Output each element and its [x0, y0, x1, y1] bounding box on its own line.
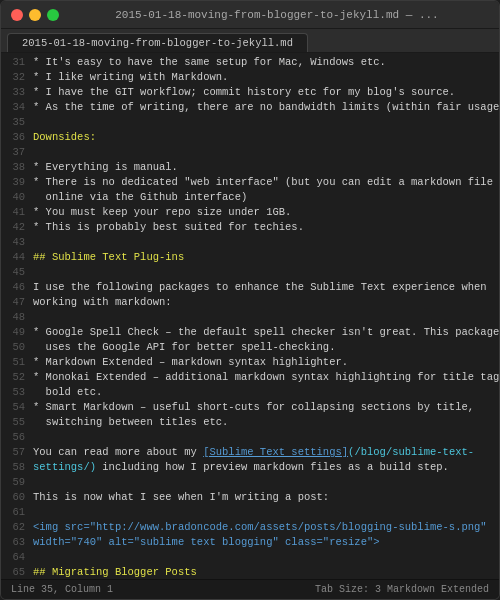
table-row: 52* Monokai Extended – additional markdo…	[1, 370, 499, 385]
editor-window: 2015-01-18-moving-from-blogger-to-jekyll…	[0, 0, 500, 600]
line-content: working with markdown:	[33, 295, 172, 310]
line-number: 35	[5, 115, 33, 130]
line-content: online via the Github interface)	[33, 190, 247, 205]
line-content: * Everything is manual.	[33, 160, 178, 175]
table-row: 62<img src="http://www.bradoncode.com/as…	[1, 520, 499, 535]
window-title: 2015-01-18-moving-from-blogger-to-jekyll…	[65, 9, 489, 21]
editor-area[interactable]: 31* It's easy to have the same setup for…	[1, 53, 499, 579]
line-number: 41	[5, 205, 33, 220]
line-number: 57	[5, 445, 33, 460]
active-tab[interactable]: 2015-01-18-moving-from-blogger-to-jekyll…	[7, 33, 308, 52]
line-content: bold etc.	[33, 385, 102, 400]
line-number: 62	[5, 520, 33, 535]
line-content: switching between titles etc.	[33, 415, 228, 430]
line-content: * There is no dedicated "web interface" …	[33, 175, 493, 190]
table-row: 51* Markdown Extended – markdown syntax …	[1, 355, 499, 370]
table-row: 58settings/) including how I preview mar…	[1, 460, 499, 475]
table-row: 38* Everything is manual.	[1, 160, 499, 175]
line-number: 65	[5, 565, 33, 579]
line-number: 49	[5, 325, 33, 340]
line-number: 50	[5, 340, 33, 355]
line-content: ## Migrating Blogger Posts	[33, 565, 197, 579]
line-content: I use the following packages to enhance …	[33, 280, 487, 295]
line-content: * This is probably best suited for techi…	[33, 220, 304, 235]
table-row: 31* It's easy to have the same setup for…	[1, 55, 499, 70]
line-number: 55	[5, 415, 33, 430]
line-content: ## Sublime Text Plug-ins	[33, 250, 184, 265]
close-button[interactable]	[11, 9, 23, 21]
line-number: 32	[5, 70, 33, 85]
table-row: 32* I like writing with Markdown.	[1, 70, 499, 85]
line-number: 53	[5, 385, 33, 400]
table-row: 40 online via the Github interface)	[1, 190, 499, 205]
table-row: 57You can read more about my [Sublime Te…	[1, 445, 499, 460]
line-number: 48	[5, 310, 33, 325]
line-content: * Monokai Extended – additional markdown…	[33, 370, 499, 385]
table-row: 49* Google Spell Check – the default spe…	[1, 325, 499, 340]
table-row: 50 uses the Google API for better spell-…	[1, 340, 499, 355]
table-row: 65## Migrating Blogger Posts	[1, 565, 499, 579]
line-content: * It's easy to have the same setup for M…	[33, 55, 386, 70]
line-content: You can read more about my [Sublime Text…	[33, 445, 474, 460]
minimize-button[interactable]	[29, 9, 41, 21]
table-row: 53 bold etc.	[1, 385, 499, 400]
status-right: Tab Size: 3 Markdown Extended	[315, 584, 489, 595]
line-number: 61	[5, 505, 33, 520]
table-row: 42* This is probably best suited for tec…	[1, 220, 499, 235]
table-row: 55 switching between titles etc.	[1, 415, 499, 430]
table-row: 56	[1, 430, 499, 445]
line-number: 42	[5, 220, 33, 235]
table-row: 43	[1, 235, 499, 250]
line-content: * As the time of writing, there are no b…	[33, 100, 499, 115]
table-row: 46I use the following packages to enhanc…	[1, 280, 499, 295]
maximize-button[interactable]	[47, 9, 59, 21]
line-number: 36	[5, 130, 33, 145]
line-content: uses the Google API for better spell-che…	[33, 340, 335, 355]
line-content: * You must keep your repo size under 1GB…	[33, 205, 291, 220]
table-row: 48	[1, 310, 499, 325]
line-number: 46	[5, 280, 33, 295]
line-content: * Markdown Extended – markdown syntax hi…	[33, 355, 348, 370]
line-content: width="740" alt="sublime text blogging" …	[33, 535, 380, 550]
line-number: 59	[5, 475, 33, 490]
table-row: 44## Sublime Text Plug-ins	[1, 250, 499, 265]
line-number: 58	[5, 460, 33, 475]
line-number: 39	[5, 175, 33, 190]
line-content: * Google Spell Check – the default spell…	[33, 325, 499, 340]
line-content: This is now what I see when I'm writing …	[33, 490, 329, 505]
line-number: 56	[5, 430, 33, 445]
table-row: 41* You must keep your repo size under 1…	[1, 205, 499, 220]
table-row: 61	[1, 505, 499, 520]
lines-container: 31* It's easy to have the same setup for…	[1, 53, 499, 579]
line-number: 44	[5, 250, 33, 265]
line-number: 51	[5, 355, 33, 370]
table-row: 64	[1, 550, 499, 565]
table-row: 37	[1, 145, 499, 160]
line-number: 40	[5, 190, 33, 205]
line-number: 34	[5, 100, 33, 115]
line-number: 37	[5, 145, 33, 160]
status-left: Line 35, Column 1	[11, 584, 113, 595]
line-content: * Smart Markdown – useful short-cuts for…	[33, 400, 474, 415]
line-number: 54	[5, 400, 33, 415]
line-number: 45	[5, 265, 33, 280]
line-content: * I like writing with Markdown.	[33, 70, 228, 85]
table-row: 33* I have the GIT workflow; commit hist…	[1, 85, 499, 100]
line-number: 63	[5, 535, 33, 550]
table-row: 59	[1, 475, 499, 490]
line-content: Downsides:	[33, 130, 96, 145]
titlebar: 2015-01-18-moving-from-blogger-to-jekyll…	[1, 1, 499, 29]
line-content: <img src="http://www.bradoncode.com/asse…	[33, 520, 487, 535]
line-number: 47	[5, 295, 33, 310]
table-row: 36Downsides:	[1, 130, 499, 145]
line-content: * I have the GIT workflow; commit histor…	[33, 85, 455, 100]
table-row: 35	[1, 115, 499, 130]
line-number: 64	[5, 550, 33, 565]
line-number: 60	[5, 490, 33, 505]
table-row: 47working with markdown:	[1, 295, 499, 310]
line-number: 38	[5, 160, 33, 175]
line-number: 52	[5, 370, 33, 385]
tab-bar: 2015-01-18-moving-from-blogger-to-jekyll…	[1, 29, 499, 53]
statusbar: Line 35, Column 1 Tab Size: 3 Markdown E…	[1, 579, 499, 599]
line-number: 31	[5, 55, 33, 70]
